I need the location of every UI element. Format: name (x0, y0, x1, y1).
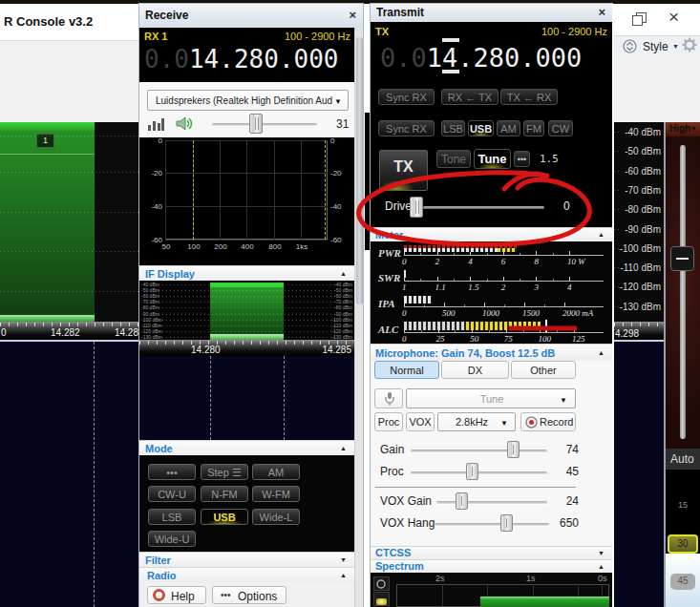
vertical-handle[interactable] (670, 246, 694, 271)
collapse-icon[interactable]: ▲ (340, 445, 347, 451)
meter-tick-minor (523, 330, 524, 332)
slider-track[interactable] (436, 501, 547, 504)
passband-top-edge (0, 122, 95, 131)
mode-button-usb[interactable]: USB (201, 509, 248, 525)
receive-scrollbar[interactable] (354, 28, 363, 607)
drive-slider-track[interactable] (423, 206, 544, 209)
options-button[interactable]: •••Options (212, 586, 286, 604)
vox-button[interactable]: VOX (406, 412, 435, 431)
meter-tick-minor (487, 253, 488, 255)
mode-button-w-fm[interactable]: W-FM (252, 486, 300, 502)
drive-slider-handle[interactable] (410, 197, 423, 218)
db-tick (614, 132, 621, 133)
collapse-icon[interactable]: ▲ (598, 231, 605, 238)
record-button[interactable]: Record (520, 412, 576, 431)
mic-button[interactable] (374, 388, 403, 408)
tx-mode-button-cw[interactable]: CW (548, 120, 573, 136)
meter-tick-label: 75 (504, 334, 513, 344)
collapse-icon[interactable]: ▲ (340, 270, 347, 277)
mode-button--[interactable]: ••• (148, 464, 196, 480)
spectrum-camera-button[interactable] (373, 576, 390, 591)
tx-mode-button-lsb[interactable]: LSB (441, 120, 465, 136)
settings-gear-icon[interactable] (682, 37, 697, 52)
expand-icon[interactable]: ▼ (340, 556, 347, 563)
volume-slider-handle[interactable] (249, 114, 263, 134)
if-grid-line (159, 314, 335, 315)
collapse-icon[interactable]: ▲ (598, 349, 605, 356)
close-icon[interactable]: × (349, 8, 356, 22)
profile-button-other[interactable]: Other (511, 361, 576, 379)
auto-header[interactable]: Auto (666, 449, 700, 470)
slider-handle[interactable] (507, 441, 520, 458)
slider-handle[interactable] (466, 463, 478, 480)
sync-rx-mode-button[interactable]: Sync RX (378, 120, 435, 136)
tx-button-label: TX (380, 158, 427, 176)
x-label: 100 (185, 242, 202, 251)
restore-window-button[interactable] (632, 12, 647, 26)
more-options-button[interactable]: ••• (514, 151, 530, 167)
mode-button-wide-u[interactable]: Wide-U (148, 531, 196, 547)
profile-button-normal[interactable]: Normal (374, 361, 439, 379)
audio-device-select[interactable]: Luidsprekers (Realtek High Definition Au… (147, 90, 349, 111)
slider-track[interactable] (435, 523, 549, 526)
close-window-button[interactable]: × (668, 7, 686, 30)
tx-mode-button-usb[interactable]: USB (468, 120, 494, 136)
transmit-display: TX100 - 2900 Hz0.014.280.000Sync RXRX ← … (371, 22, 612, 227)
collapse-icon[interactable]: ▲ (340, 572, 347, 578)
tune-button[interactable]: Tune (474, 149, 511, 169)
tx-mode-button-am[interactable]: AM (497, 120, 520, 136)
tx-range: 100 - 2900 Hz (541, 26, 607, 37)
vertical-track[interactable] (680, 145, 686, 439)
slider-handle[interactable] (500, 514, 513, 532)
transmit-titlebar[interactable]: Transmit× (371, 4, 612, 23)
receive-titlebar[interactable]: Receive× (139, 4, 363, 29)
mode-button-cw-u[interactable]: CW-U (148, 486, 196, 502)
bar (153, 121, 156, 131)
scale-label-mid: 14.282 (51, 327, 80, 338)
mode-button-step-[interactable]: Step ☰ (201, 464, 248, 480)
tune-select[interactable]: Tune▼ (406, 388, 576, 408)
close-icon[interactable]: × (598, 5, 605, 19)
if-frequency-scale[interactable]: 14.28014.285 (139, 340, 354, 356)
slider-track[interactable] (411, 471, 547, 474)
rx-from-tx-button[interactable]: RX ← TX (441, 89, 498, 105)
proc-button[interactable]: Proc (374, 412, 403, 431)
help-button[interactable]: Help (147, 586, 206, 604)
right-spectrum-display: -40 dBm-50 dBm-60 dBm-70 dBm-80 dBm-90 d… (614, 122, 664, 322)
ratio-value: 1.5 (540, 153, 559, 165)
mode-button-am[interactable]: AM (252, 464, 300, 480)
y-label-left: -40 (141, 202, 162, 211)
lower-slider[interactable]: 153045 (666, 470, 700, 607)
tx-frequency: 0.014.280.000 (380, 43, 582, 73)
tx-mode-button-fm[interactable]: FM (523, 120, 544, 136)
if-grid-line (159, 284, 335, 285)
volume-row: 31 (139, 113, 354, 137)
high-header[interactable]: High▼ (666, 122, 700, 136)
slider-handle[interactable] (456, 492, 468, 510)
spectrum-light-button[interactable] (373, 592, 390, 606)
x-label: 800 (266, 242, 284, 251)
microphone-area: NormalDXOtherTune▼ProcVOX2.8kHz▼RecordGa… (371, 361, 612, 540)
tone-button[interactable]: Tone (436, 150, 471, 168)
sync-rx-button[interactable]: Sync RX (378, 89, 435, 105)
bandwidth-select[interactable]: 2.8kHz▼ (437, 412, 516, 431)
style-dropdown-arrow[interactable]: ▼ (672, 43, 679, 50)
tx-from-rx-button[interactable]: TX ← RX (500, 89, 558, 105)
profile-button-dx[interactable]: DX (441, 361, 509, 379)
volume-slider-track[interactable] (212, 123, 317, 126)
tx-button[interactable]: TX (379, 150, 428, 191)
expand-icon[interactable]: ▼ (598, 550, 605, 556)
slider-track[interactable] (411, 450, 547, 452)
filter-edge-low (193, 140, 194, 240)
left-frequency-scale[interactable]: 014.28214.28 (0, 322, 139, 340)
mode-button-lsb[interactable]: LSB (148, 509, 196, 525)
mode-button-wide-l[interactable]: Wide-L (252, 509, 300, 525)
lower-slider-handle[interactable]: 30 (668, 534, 698, 554)
mode-button-n-fm[interactable]: N-FM (201, 486, 248, 502)
if-waterfall (139, 356, 354, 440)
microphone-header[interactable]: Microphone: Gain 74, Boost 12.5 dB▲ (371, 344, 612, 363)
receive-panel: Receive×RX 1100 - 2900 Hz0.014.280.000Lu… (139, 4, 363, 607)
collapse-icon[interactable]: ▲ (598, 563, 605, 570)
right-frequency-scale[interactable]: 4.298 (614, 322, 664, 340)
scrollbar-thumb[interactable] (356, 37, 363, 304)
